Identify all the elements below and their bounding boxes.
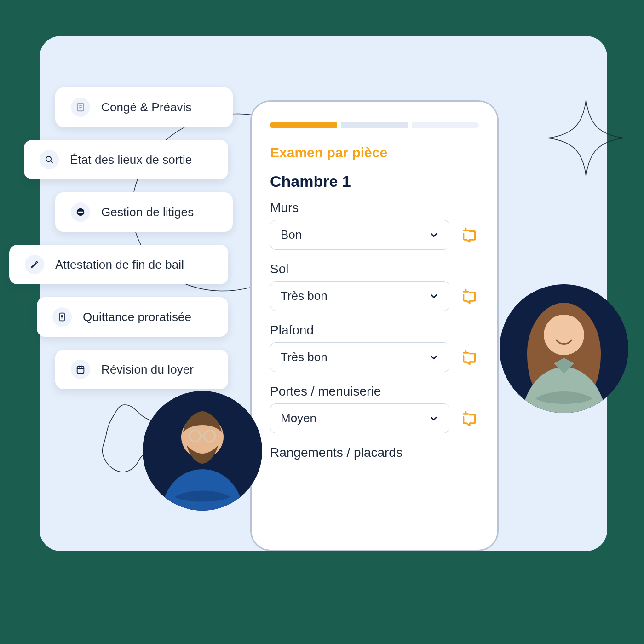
menu-item-gestion-litiges[interactable]: Gestion de litiges (55, 192, 233, 232)
menu-item-revision-loyer[interactable]: Révision du loyer (55, 350, 228, 389)
select-value: Très bon (281, 350, 328, 364)
svg-point-2 (46, 156, 51, 161)
chevron-down-icon (429, 291, 439, 301)
menu-item-label: Attestation de fin de bail (55, 258, 184, 272)
menu-item-conge-preavis[interactable]: Congé & Préavis (55, 87, 233, 127)
condition-select-portes[interactable]: Moyen (270, 403, 449, 433)
svg-rect-4 (78, 212, 83, 213)
field-label: Rangements / placards (270, 445, 479, 460)
field-rangements: Rangements / placards (270, 445, 479, 460)
room-inspection-panel: Examen par pièce Chambre 1 Murs Bon Sol … (250, 100, 499, 551)
menu-item-etat-des-lieux[interactable]: État des lieux de sortie (24, 140, 228, 179)
select-value: Très bon (281, 289, 328, 303)
field-label: Plafond (270, 323, 479, 338)
field-label: Portes / menuiserie (270, 384, 479, 399)
field-plafond: Plafond Très bon (270, 323, 479, 372)
avatar-woman (500, 284, 628, 413)
field-murs: Murs Bon (270, 201, 479, 250)
menu-item-attestation[interactable]: Attestation de fin de bail (9, 245, 228, 284)
menu-item-label: Gestion de litiges (101, 205, 194, 219)
menu-item-label: Congé & Préavis (101, 100, 192, 115)
magnifier-icon (40, 150, 59, 169)
field-label: Sol (270, 262, 479, 276)
menu-item-label: Révision du loyer (101, 362, 194, 377)
field-label: Murs (270, 201, 479, 215)
condition-select-plafond[interactable]: Très bon (270, 342, 449, 372)
menu-item-label: Quittance proratisée (83, 310, 191, 324)
document-icon (71, 98, 90, 117)
add-comment-button[interactable] (460, 409, 479, 428)
progress-bar (270, 122, 479, 128)
menu-item-label: État des lieux de sortie (70, 153, 192, 167)
condition-select-sol[interactable]: Très bon (270, 281, 449, 311)
condition-select-murs[interactable]: Bon (270, 220, 449, 250)
avatar-man (143, 391, 262, 511)
chevron-down-icon (429, 352, 439, 362)
svg-point-12 (544, 315, 584, 355)
chevron-down-icon (429, 414, 439, 424)
field-portes: Portes / menuiserie Moyen (270, 384, 479, 433)
calendar-icon (71, 360, 90, 379)
add-comment-button[interactable] (460, 287, 479, 305)
section-title: Examen par pièce (270, 145, 479, 161)
menu-item-quittance[interactable]: Quittance proratisée (37, 297, 228, 337)
select-value: Bon (281, 228, 302, 242)
room-name: Chambre 1 (270, 172, 479, 190)
no-entry-icon (71, 202, 90, 222)
select-value: Moyen (281, 411, 316, 426)
add-comment-button[interactable] (460, 348, 479, 367)
receipt-icon (52, 307, 72, 327)
chevron-down-icon (429, 230, 439, 240)
field-sol: Sol Très bon (270, 262, 479, 311)
stage: Congé & Préavis État des lieux de sortie… (0, 0, 644, 644)
add-comment-button[interactable] (460, 226, 479, 244)
pen-icon (25, 255, 44, 274)
svg-rect-6 (77, 367, 84, 374)
